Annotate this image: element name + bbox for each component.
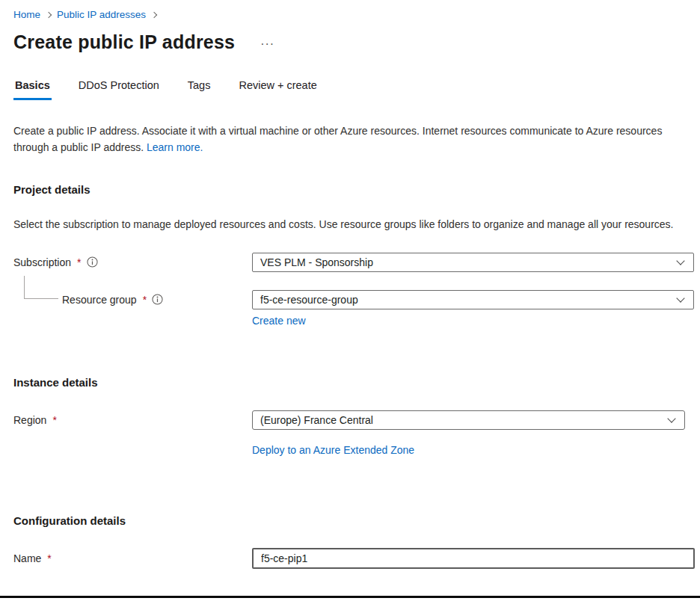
region-field: (Europe) France Central — [252, 410, 685, 430]
name-field — [252, 548, 695, 569]
window-bottom-edge — [0, 596, 700, 598]
required-marker: * — [142, 294, 147, 306]
intro-text: Create a public IP address. Associate it… — [13, 125, 662, 153]
required-marker: * — [52, 414, 56, 426]
tab-tags[interactable]: Tags — [186, 78, 212, 100]
resource-group-value: f5-ce-resource-group — [260, 294, 358, 306]
instance-details-heading: Instance details — [13, 376, 700, 389]
hierarchy-connector-line — [24, 276, 58, 299]
region-row: Region * (Europe) France Central — [13, 410, 700, 430]
create-new-link[interactable]: Create new — [252, 315, 306, 327]
title-row: Create public IP address ··· — [13, 31, 700, 54]
resource-group-field: f5-ce-resource-group — [252, 290, 694, 309]
region-label: Region — [13, 414, 46, 426]
page-title: Create public IP address — [13, 31, 235, 54]
learn-more-link[interactable]: Learn more. — [147, 141, 203, 153]
breadcrumb-public-ip-addresses-link[interactable]: Public IP addresses — [57, 9, 146, 20]
chevron-down-icon — [676, 294, 684, 302]
project-details-description: Select the subscription to manage deploy… — [13, 217, 683, 233]
create-public-ip-page: Home Public IP addresses Create public I… — [0, 0, 700, 569]
tab-review-create[interactable]: Review + create — [237, 78, 318, 100]
chevron-down-icon — [676, 256, 684, 265]
subscription-row: Subscription * VES PLM - Sponsorship — [13, 253, 700, 272]
region-dropdown[interactable]: (Europe) France Central — [252, 410, 685, 430]
chevron-right-icon — [46, 11, 52, 17]
breadcrumb-home-link[interactable]: Home — [13, 9, 40, 20]
subscription-label: Subscription — [13, 256, 71, 268]
tab-bar: Basics DDoS Protection Tags Review + cre… — [13, 78, 700, 100]
extended-zone-row: Deploy to an Azure Extended Zone — [13, 444, 700, 456]
region-label-group: Region * — [13, 414, 252, 426]
subscription-dropdown[interactable]: VES PLM - Sponsorship — [252, 253, 694, 272]
more-actions-button[interactable]: ··· — [260, 37, 274, 54]
chevron-down-icon — [667, 414, 675, 422]
configuration-details-heading: Configuration details — [13, 514, 700, 527]
subscription-field: VES PLM - Sponsorship — [252, 253, 694, 272]
name-row: Name * — [13, 548, 700, 569]
tab-basics[interactable]: Basics — [13, 78, 52, 100]
subscription-value: VES PLM - Sponsorship — [260, 256, 373, 268]
project-details-heading: Project details — [13, 183, 700, 196]
name-label: Name — [13, 552, 41, 564]
resource-group-label: Resource group — [62, 294, 137, 306]
extended-zone-link[interactable]: Deploy to an Azure Extended Zone — [252, 444, 414, 456]
chevron-right-icon — [151, 11, 157, 17]
info-icon[interactable] — [87, 256, 98, 268]
resource-group-row: Resource group * f5-ce-resource-group — [13, 290, 700, 309]
subscription-label-group: Subscription * — [13, 256, 252, 268]
tab-ddos-protection[interactable]: DDoS Protection — [77, 78, 161, 100]
region-value: (Europe) France Central — [260, 414, 373, 426]
intro-paragraph: Create a public IP address. Associate it… — [13, 123, 675, 155]
info-icon[interactable] — [152, 294, 163, 305]
name-label-group: Name * — [13, 552, 252, 564]
name-input[interactable] — [252, 548, 695, 569]
spacer — [13, 444, 252, 456]
spacer — [13, 315, 252, 327]
required-marker: * — [46, 552, 51, 564]
create-new-row: Create new — [13, 315, 700, 327]
resource-group-dropdown[interactable]: f5-ce-resource-group — [252, 290, 694, 309]
breadcrumb: Home Public IP addresses — [13, 0, 700, 20]
required-marker: * — [76, 256, 81, 268]
